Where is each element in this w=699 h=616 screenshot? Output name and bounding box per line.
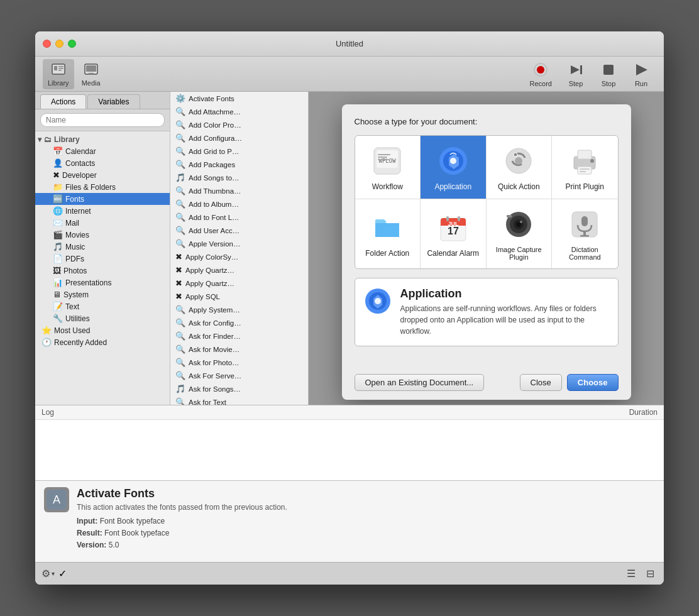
record-button[interactable]: Record: [524, 58, 558, 90]
gear-button[interactable]: ⚙ ▾: [41, 568, 55, 580]
sidebar-item-text[interactable]: 📝 Text: [35, 300, 170, 312]
stop-icon: [600, 61, 617, 79]
doc-type-quick-action[interactable]: Quick Action: [487, 136, 553, 199]
tree-view: ▾ 🗂 Library 📅 Calendar 👤 Contacts ✖: [35, 131, 170, 405]
action-item[interactable]: 🔍Add Color Pro…: [170, 118, 308, 131]
action-item[interactable]: 🎵Add Songs to…: [170, 171, 308, 184]
doc-type-application[interactable]: Application: [421, 136, 487, 199]
detail-view-icon[interactable]: ⊟: [642, 566, 658, 581]
actions-tab[interactable]: Actions: [40, 94, 86, 109]
action-item[interactable]: ✖Apply Quartz…: [170, 263, 308, 277]
search-input[interactable]: [40, 113, 165, 127]
action-item[interactable]: 🔍Ask for Movie…: [170, 343, 308, 356]
action-item[interactable]: 🔍Add Configura…: [170, 131, 308, 145]
action-item[interactable]: 🔍Ask for Photo…: [170, 356, 308, 369]
check-button[interactable]: ✓: [58, 568, 67, 580]
run-button[interactable]: Run: [626, 58, 656, 90]
close-button[interactable]: Close: [520, 374, 562, 391]
action-item[interactable]: ✖Apply Quartz…: [170, 277, 308, 290]
print-plugin-label: Print Plugin: [566, 182, 604, 191]
list-view-icon[interactable]: ☰: [624, 566, 639, 581]
action-icon: 🔍: [175, 199, 185, 209]
doc-type-print-plugin[interactable]: Print Plugin: [552, 136, 618, 199]
action-item[interactable]: 🎵Ask for Songs…: [170, 382, 308, 395]
action-item[interactable]: 🔍Add to Album…: [170, 197, 308, 211]
action-item[interactable]: 🔍Add Grid to P…: [170, 145, 308, 158]
window-title: Untitled: [336, 39, 363, 48]
doc-type-folder-action[interactable]: Folder Action: [355, 199, 421, 268]
sidebar-tabs: Actions Variables: [35, 92, 170, 109]
sidebar-item-files[interactable]: 📁 Files & Folders: [35, 181, 170, 193]
action-item[interactable]: 🔍Apply System…: [170, 303, 308, 316]
sidebar-item-system[interactable]: 🖥 System: [35, 289, 170, 300]
sidebar-item-internet[interactable]: 🌐 Internet: [35, 205, 170, 217]
svg-rect-6: [86, 65, 96, 72]
sidebar-item-fonts[interactable]: 🔤 Fonts: [35, 193, 170, 205]
sidebar-item-library[interactable]: ▾ 🗂 Library: [35, 134, 170, 145]
workflow-icon: WFLOW: [371, 145, 404, 177]
svg-point-25: [514, 153, 517, 157]
doc-type-calendar-alarm[interactable]: JUL 17 Calendar Alarm: [421, 199, 487, 268]
sidebar-item-recently-added[interactable]: 🕐 Recently Added: [35, 336, 170, 348]
minimize-button[interactable]: [55, 40, 63, 48]
sidebar-item-utilities[interactable]: 🔧 Utilities: [35, 312, 170, 324]
action-item[interactable]: 🔍Apple Version…: [170, 237, 308, 250]
maximize-button[interactable]: [68, 40, 76, 48]
choose-button[interactable]: Choose: [567, 374, 619, 391]
action-icon: 🎵: [175, 384, 185, 393]
action-icon: ✖: [175, 265, 182, 275]
sidebar-item-pdfs[interactable]: 📄 PDFs: [35, 253, 170, 265]
sidebar-item-presentations[interactable]: 📊 Presentations: [35, 277, 170, 289]
action-item[interactable]: 🔍Ask For Serve…: [170, 369, 308, 382]
disclosure-icon: ▾: [38, 135, 41, 144]
doc-type-image-capture[interactable]: Image Capture Plugin: [487, 199, 553, 268]
action-item[interactable]: ✖Apply SQL: [170, 290, 308, 303]
calendar-icon: 📅: [53, 146, 63, 156]
library-icon: [50, 62, 67, 78]
action-item[interactable]: 🔍Add to Font L…: [170, 211, 308, 224]
library-button[interactable]: Library: [43, 59, 74, 89]
action-item[interactable]: 🔍Add Packages: [170, 158, 308, 171]
action-item[interactable]: 🔍Add User Acc…: [170, 224, 308, 237]
doc-type-dictation[interactable]: Dictation Command: [552, 199, 618, 268]
doc-type-workflow[interactable]: WFLOW Workflow: [355, 136, 421, 199]
sidebar-item-photos[interactable]: 🖼 Photos: [35, 265, 170, 277]
svg-rect-4: [58, 70, 62, 71]
action-item[interactable]: 🔍Add Attachme…: [170, 105, 308, 118]
svg-text:17: 17: [448, 226, 459, 236]
open-existing-button[interactable]: Open an Existing Document...: [355, 374, 485, 391]
action-icon: 🔍: [175, 305, 185, 314]
folder-action-label: Folder Action: [365, 249, 409, 258]
action-item[interactable]: 🔍Ask for Text: [170, 395, 308, 405]
action-icon: 🔍: [175, 186, 185, 195]
sidebar-item-contacts[interactable]: 👤 Contacts: [35, 157, 170, 169]
action-icon: 🔍: [175, 160, 185, 169]
mail-icon: ✉️: [53, 218, 63, 228]
sidebar-item-most-used[interactable]: ⭐ Most Used: [35, 324, 170, 336]
variables-tab[interactable]: Variables: [87, 94, 140, 109]
sidebar-item-calendar[interactable]: 📅 Calendar: [35, 145, 170, 157]
sidebar-item-developer[interactable]: ✖ Developer: [35, 169, 170, 181]
media-button[interactable]: Media: [77, 59, 106, 89]
action-icon: 🔍: [175, 146, 185, 156]
step-button[interactable]: Step: [561, 58, 591, 90]
record-icon: [532, 61, 549, 79]
action-item[interactable]: 🔍Add Thumbna…: [170, 184, 308, 197]
sidebar-item-movies[interactable]: 🎬 Movies: [35, 229, 170, 241]
close-button[interactable]: [43, 40, 51, 48]
svg-marker-13: [636, 64, 647, 75]
action-item[interactable]: ✖Apply ColorSy…: [170, 250, 308, 263]
info-action-icon: A: [44, 487, 69, 512]
description-text: Application Applications are self-runnin…: [400, 287, 609, 337]
sidebar-item-music[interactable]: 🎵 Music: [35, 241, 170, 253]
action-icon: 🔍: [175, 107, 185, 116]
application-label: Application: [434, 182, 471, 191]
stop-button[interactable]: Stop: [593, 58, 624, 90]
utilities-icon: 🔧: [53, 314, 63, 323]
presentations-icon: 📊: [53, 278, 63, 287]
action-item[interactable]: 🔍Ask for Config…: [170, 316, 308, 329]
sidebar-item-mail[interactable]: ✉️ Mail: [35, 217, 170, 229]
step-icon: [567, 61, 585, 79]
action-item[interactable]: 🔍Ask for Finder…: [170, 329, 308, 343]
action-item[interactable]: ⚙️Activate Fonts: [170, 92, 308, 105]
